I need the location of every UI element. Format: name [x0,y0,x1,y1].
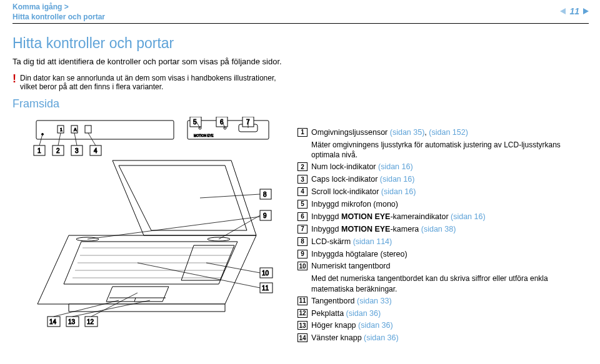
section-title: Framsida [12,97,288,111]
laptop-diagram: 1 A MOTION EYE 1 2 3 4 5 6 7 [12,117,275,329]
svg-line-59 [88,217,260,239]
left-column: Hitta kontroller och portar Ta dig tid a… [12,35,288,345]
page-ref-link[interactable]: (sidan 33) [357,297,392,305]
legend-text: Inbyggd MOTION EYE-kameraindikator (sida… [311,212,589,222]
prev-page-icon[interactable] [560,8,566,14]
legend-text: LCD-skärm (sidan 114) [311,237,589,247]
legend-text: Pekplatta (sidan 36) [311,308,589,319]
callout-number: 10 [298,262,308,270]
legend-item: 3Caps lock-indikator (sidan 16) [298,174,589,185]
callout-number: 5 [298,200,308,209]
legend-item: 2Num lock-indikator (sidan 16) [298,162,589,172]
svg-text:1: 1 [60,127,62,132]
callout-number: 9 [298,250,308,258]
legend-text: Vänster knapp (sidan 36) [311,333,589,343]
legend-subtext: Mäter omgivningens ljusstyrka för automa… [311,140,589,160]
page-number: 11 [569,6,579,16]
legend-item: 11Tangentbord (sidan 33) [298,296,589,307]
page-ref-link[interactable]: (sidan 114) [353,237,392,246]
legend-text: Inbyggd mikrofon (mono) [311,199,589,210]
legend-item: 4Scroll lock-indikator (sidan 16) [298,187,589,197]
svg-text:MOTION EYE: MOTION EYE [194,134,214,137]
legend-item: 14Vänster knapp (sidan 36) [298,333,589,343]
legend-text: Caps lock-indikator (sidan 16) [311,174,589,185]
page-ref-link[interactable]: (sidan 36) [358,321,393,330]
svg-line-26 [39,134,42,145]
note: ! Din dator kan se annorlunda ut än dem … [12,74,288,91]
legend-text: Num lock-indikator (sidan 16) [311,162,589,172]
breadcrumb-l1: Komma igång > [12,2,69,11]
svg-text:9: 9 [263,212,267,219]
note-text: Din dator kan se annorlunda ut än dem so… [20,74,288,91]
callout-number: 13 [298,321,308,330]
legend-text: Omgivningsljussensor (sidan 35), (sidan … [311,127,589,138]
legend-item: 9Inbyggda högtalare (stereo) [298,249,589,260]
svg-line-46 [134,298,136,302]
page-ref-link[interactable]: (sidan 36) [364,333,399,342]
legend-subtext: Med det numeriska tangentbordet kan du s… [311,273,589,293]
svg-text:A: A [74,127,77,132]
legend-text: Höger knapp (sidan 36) [311,320,589,331]
breadcrumb-l2: Hitta kontroller och portar [12,12,105,21]
breadcrumb: Komma igång > Hitta kontroller och porta… [12,2,105,22]
callout-number: 11 [298,297,308,305]
page-ref-link[interactable]: (sidan 38) [421,225,456,234]
legend-item: 13Höger knapp (sidan 36) [298,320,589,331]
legend-item: 10Numeriskt tangentbord [298,261,589,272]
legend-text: Inbyggda högtalare (stereo) [311,249,589,260]
svg-rect-4 [85,125,91,133]
callout-number: 3 [298,175,308,184]
callout-number: 8 [298,237,308,246]
page-ref-link[interactable]: (sidan 35) [390,128,425,137]
svg-text:12: 12 [87,318,94,325]
legend-text: Tangentbord (sidan 33) [311,296,589,307]
svg-line-57 [200,194,260,198]
svg-text:8: 8 [263,191,267,198]
svg-text:1: 1 [38,147,41,154]
legend-item: 7Inbyggd MOTION EYE-kamera (sidan 38) [298,224,589,235]
page-nav: 11 [560,2,589,16]
legend-list: 1Omgivningsljussensor (sidan 35), (sidan… [298,35,589,345]
legend-item: 5Inbyggd mikrofon (mono) [298,199,589,210]
callout-number: 1 [298,128,308,137]
callout-number: 12 [298,309,308,318]
svg-text:2: 2 [56,147,60,154]
callout-number: 7 [298,225,308,234]
svg-text:14: 14 [49,318,57,325]
exclamation-icon: ! [12,74,16,84]
svg-marker-33 [112,160,256,235]
legend-item: 12Pekplatta (sidan 36) [298,308,589,319]
svg-rect-0 [36,121,174,139]
intro-text: Ta dig tid att identifiera de kontroller… [12,57,288,66]
legend-item: 8LCD-skärm (sidan 114) [298,237,589,247]
callout-number: 4 [298,187,308,196]
svg-line-60 [206,263,260,273]
content: Hitta kontroller och portar Ta dig tid a… [0,24,600,345]
legend-text: Scroll lock-indikator (sidan 16) [311,187,589,197]
callout-number: 2 [298,162,308,171]
svg-marker-36 [69,304,225,312]
page-header: Komma igång > Hitta kontroller och porta… [0,0,600,22]
svg-text:4: 4 [94,147,98,154]
page-ref-link[interactable]: (sidan 16) [378,162,413,171]
legend-item: 1Omgivningsljussensor (sidan 35), (sidan… [298,127,589,138]
svg-text:11: 11 [262,285,269,292]
legend-item: 6Inbyggd MOTION EYE-kameraindikator (sid… [298,212,589,222]
page-ref-link[interactable]: (sidan 16) [451,212,486,221]
callout-number: 6 [298,212,308,221]
next-page-icon[interactable] [583,8,589,14]
svg-text:10: 10 [262,270,269,277]
page-ref-link[interactable]: (sidan 16) [381,187,416,196]
svg-marker-44 [106,287,169,302]
page-ref-link[interactable]: (sidan 36) [346,309,381,318]
svg-text:6: 6 [220,119,224,125]
svg-text:13: 13 [68,318,76,325]
legend-text: Inbyggd MOTION EYE-kamera (sidan 38) [311,224,589,235]
page-ref-link[interactable]: (sidan 16) [380,175,415,184]
page-ref-link[interactable]: (sidan 152) [429,128,468,137]
legend-text: Numeriskt tangentbord [311,261,589,272]
page-title: Hitta kontroller och portar [12,35,288,52]
svg-text:3: 3 [75,147,79,154]
callout-number: 14 [298,333,308,342]
